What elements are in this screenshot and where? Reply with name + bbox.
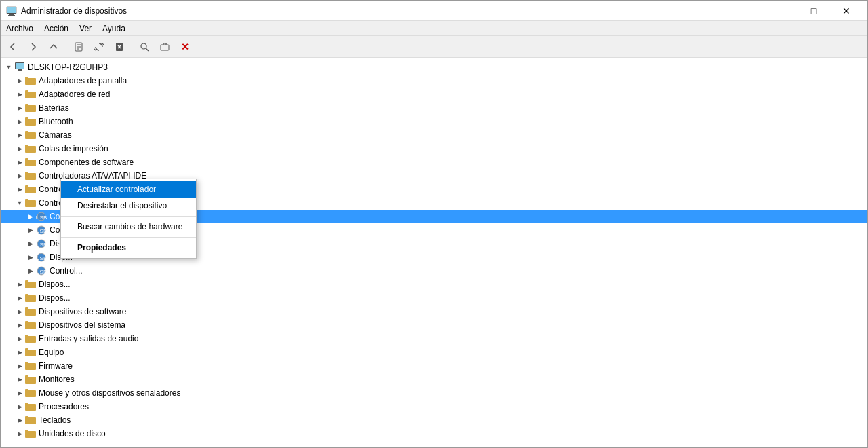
expand-usb-con2[interactable]: ▶ bbox=[25, 225, 36, 236]
expand-adapters-display[interactable]: ▶ bbox=[14, 75, 25, 86]
mouse-label: Mouse y otros dispositivos señaladores bbox=[39, 388, 180, 398]
expand-control-x[interactable]: ▶ bbox=[25, 265, 36, 276]
expand-keyboards[interactable]: ▶ bbox=[14, 415, 25, 426]
folder-icon-3 bbox=[25, 102, 36, 113]
tree-item-disk-drives[interactable]: ▶ Unidades de disco bbox=[1, 427, 867, 441]
svg-rect-20 bbox=[16, 71, 23, 71]
expand-usb-disp2[interactable]: ▶ bbox=[25, 252, 36, 263]
back-button[interactable] bbox=[3, 38, 22, 56]
tree-item-audio-io[interactable]: ▶ Entradas y salidas de audio bbox=[1, 332, 867, 346]
svg-rect-73 bbox=[25, 416, 28, 419]
processors-label: Procesadores bbox=[39, 402, 89, 411]
folder-icon-16 bbox=[25, 347, 36, 358]
up-button[interactable] bbox=[44, 38, 63, 56]
tree-item-control-x[interactable]: ▶ USB Control... bbox=[1, 264, 867, 278]
expand-software-devices[interactable]: ▶ bbox=[14, 306, 25, 317]
expand-audio[interactable]: ▶ bbox=[14, 333, 25, 344]
expand-usb[interactable]: ▼ bbox=[14, 198, 25, 208]
expand-usb-root[interactable]: ▶ bbox=[25, 211, 36, 222]
svg-rect-23 bbox=[25, 77, 28, 79]
tree-item-adapters-network[interactable]: ▶ Adaptadores de red bbox=[1, 88, 867, 101]
tree-item-equipo[interactable]: ▶ Equipo bbox=[1, 346, 867, 359]
title-bar: Administrador de dispositivos – □ ✕ bbox=[1, 1, 867, 21]
remove-button[interactable] bbox=[155, 38, 174, 56]
ctx-properties[interactable]: Propiedades bbox=[61, 240, 196, 256]
folder-icon bbox=[25, 75, 36, 86]
ctx-update-driver[interactable]: Actualizar controlador bbox=[61, 181, 196, 198]
tree-item-mouse[interactable]: ▶ Mouse y otros dispositivos señaladores bbox=[1, 386, 867, 400]
tree-item-monitors[interactable]: ▶ Monitores bbox=[1, 373, 867, 386]
tree-item-batteries[interactable]: ▶ Baterías bbox=[1, 101, 867, 115]
software-devices-label: Dispositivos de software bbox=[39, 307, 126, 316]
tree-item-keyboards[interactable]: ▶ Teclados bbox=[1, 413, 867, 427]
tree-item-cameras[interactable]: ▶ Cámaras bbox=[1, 128, 867, 142]
expand-equipo[interactable]: ▶ bbox=[14, 347, 25, 358]
root-label: DESKTOP-R2GUHP3 bbox=[28, 62, 108, 72]
expand-root[interactable]: ▼ bbox=[3, 62, 14, 73]
folder-icon-22 bbox=[25, 428, 36, 439]
uninstall-button[interactable] bbox=[110, 38, 129, 56]
expand-ata[interactable]: ▶ bbox=[14, 170, 25, 181]
expand-dispos2[interactable]: ▶ bbox=[14, 293, 25, 303]
tree-item-dispos2[interactable]: ▶ Dispos... bbox=[1, 291, 867, 305]
expand-monitors[interactable]: ▶ bbox=[14, 374, 25, 385]
expand-usb-disp1[interactable]: ▶ bbox=[25, 238, 36, 249]
menu-ayuda[interactable]: Ayuda bbox=[97, 21, 131, 36]
tree-item-print-queues[interactable]: ▶ Colas de impresión bbox=[1, 142, 867, 155]
svg-rect-18 bbox=[16, 63, 24, 69]
adapters-display-label: Adaptadores de pantalla bbox=[39, 76, 127, 86]
toolbar-sep-1 bbox=[66, 40, 66, 54]
svg-rect-3 bbox=[8, 15, 15, 16]
svg-rect-75 bbox=[25, 430, 28, 432]
menu-ver[interactable]: Ver bbox=[74, 21, 97, 36]
folder-icon-9 bbox=[25, 184, 36, 195]
expand-bluetooth[interactable]: ▶ bbox=[14, 116, 25, 127]
svg-rect-65 bbox=[25, 362, 28, 365]
expand-disk[interactable]: ▶ bbox=[14, 428, 25, 439]
tree-item-firmware[interactable]: ▶ Firmware bbox=[1, 359, 867, 373]
minimize-button[interactable]: – bbox=[766, 1, 797, 21]
scan-button[interactable] bbox=[135, 38, 154, 56]
svg-text:USB: USB bbox=[36, 242, 47, 248]
tree-item-processors[interactable]: ▶ Procesadores bbox=[1, 400, 867, 413]
menu-accion[interactable]: Acción bbox=[39, 21, 74, 36]
svg-rect-33 bbox=[25, 145, 28, 147]
error-button[interactable]: ✕ bbox=[176, 38, 195, 56]
toolbar-sep-2 bbox=[132, 40, 132, 54]
folder-icon-11 bbox=[25, 279, 36, 290]
properties-button[interactable] bbox=[69, 38, 88, 56]
expand-system-devices[interactable]: ▶ bbox=[14, 320, 25, 331]
tree-item-bluetooth[interactable]: ▶ Bluetooth bbox=[1, 115, 867, 128]
usb-icon-3: USB bbox=[36, 238, 47, 249]
tree-item-dispos1[interactable]: ▶ Dispos... bbox=[1, 278, 867, 291]
expand-batteries[interactable]: ▶ bbox=[14, 102, 25, 113]
tree-item-root[interactable]: ▼ DESKTOP-R2GUHP3 bbox=[1, 60, 867, 74]
ctx-scan-hardware[interactable]: Buscar cambios de hardware bbox=[61, 219, 196, 235]
tree-item-software-devices[interactable]: ▶ Dispositivos de software bbox=[1, 305, 867, 318]
batteries-label: Baterías bbox=[39, 103, 69, 113]
expand-processors[interactable]: ▶ bbox=[14, 401, 25, 412]
expand-cameras[interactable]: ▶ bbox=[14, 130, 25, 141]
expand-firmware[interactable]: ▶ bbox=[14, 360, 25, 371]
tree-item-system-devices[interactable]: ▶ Dispositivos del sistema bbox=[1, 318, 867, 332]
svg-rect-29 bbox=[25, 117, 28, 120]
expand-storage[interactable]: ▶ bbox=[14, 184, 25, 195]
forward-button[interactable] bbox=[24, 38, 43, 56]
update-button[interactable] bbox=[90, 38, 108, 56]
expand-dispos1[interactable]: ▶ bbox=[14, 279, 25, 290]
menu-archivo[interactable]: Archivo bbox=[1, 21, 39, 36]
maximize-button[interactable]: □ bbox=[798, 1, 829, 21]
ctx-uninstall-device[interactable]: Desinstalar el dispositivo bbox=[61, 198, 196, 214]
expand-print-queues[interactable]: ▶ bbox=[14, 143, 25, 154]
svg-rect-35 bbox=[25, 158, 28, 161]
folder-icon-18 bbox=[25, 374, 36, 385]
svg-rect-53 bbox=[25, 280, 28, 283]
folder-icon-14 bbox=[25, 320, 36, 331]
tree-item-software-components[interactable]: ▶ Componentes de software bbox=[1, 155, 867, 169]
folder-icon-6 bbox=[25, 143, 36, 154]
close-button[interactable]: ✕ bbox=[831, 1, 862, 21]
expand-mouse[interactable]: ▶ bbox=[14, 388, 25, 398]
expand-software-components[interactable]: ▶ bbox=[14, 157, 25, 168]
expand-adapters-network[interactable]: ▶ bbox=[14, 89, 25, 100]
tree-item-adapters-display[interactable]: ▶ Adaptadores de pantalla bbox=[1, 74, 867, 88]
